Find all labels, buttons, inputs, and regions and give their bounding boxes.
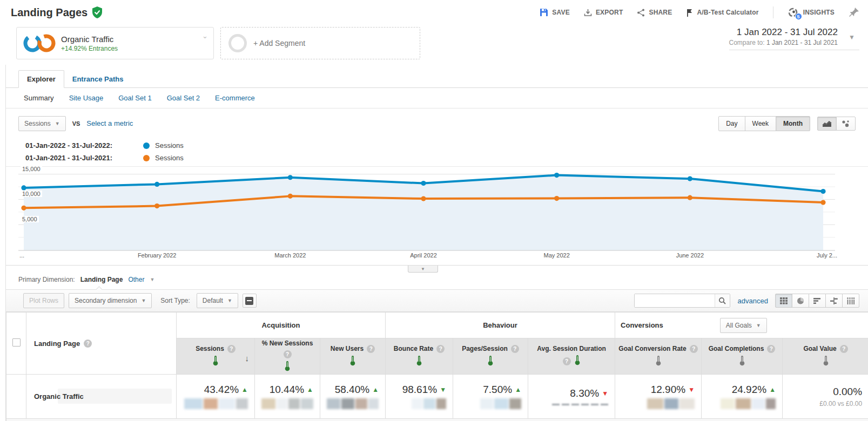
legend-dot-orange-icon xyxy=(143,155,150,161)
advanced-filter-link[interactable]: advanced xyxy=(738,297,768,305)
column-header-pages-session[interactable]: Pages/Session? xyxy=(453,338,528,375)
sort-type-dropdown[interactable]: Default ▼ xyxy=(197,293,238,308)
sort-direction-icon: ↓ xyxy=(245,354,250,363)
ab-test-label: A/B-Test Calculator xyxy=(697,9,758,16)
active-segment-card[interactable]: Organic Traffic +14.92% Entrances ⌄ xyxy=(16,27,214,59)
table-grid-icon xyxy=(779,297,788,305)
select-metric-link[interactable]: Select a metric xyxy=(86,119,133,127)
timeseries-chart: 5,00010,00015,000 ...February 2022March … xyxy=(6,166,868,270)
x-tick-label: July 2... xyxy=(817,252,837,259)
help-icon[interactable]: ? xyxy=(511,345,519,353)
column-header-goal-value[interactable]: Goal Value? xyxy=(783,338,868,375)
primary-dimension-other[interactable]: Other xyxy=(128,276,144,283)
subnav-ecommerce[interactable]: E-commerce xyxy=(215,94,255,102)
search-input[interactable] xyxy=(635,294,715,307)
segment-chevron-icon[interactable]: ⌄ xyxy=(202,32,208,40)
column-header-new-sessions[interactable]: % New Sessions? xyxy=(255,338,320,375)
vs-label: VS xyxy=(72,120,80,127)
column-header-avg-session-duration[interactable]: Avg. Session Duration ? xyxy=(528,338,615,375)
sessions-line-chart[interactable] xyxy=(18,168,835,251)
subnav-site-usage[interactable]: Site Usage xyxy=(69,94,104,102)
goal-value-comparison: £0.00 vs £0.00 xyxy=(789,400,862,408)
plot-rows-button[interactable]: Plot Rows xyxy=(23,293,64,308)
y-tick-label: 5,000 xyxy=(21,216,39,222)
column-header-bounce-rate[interactable]: Bounce Rate? xyxy=(386,338,453,375)
weighted-sort-thermometer-icon[interactable] xyxy=(349,355,356,368)
segment-name: Organic Traffic xyxy=(61,35,118,44)
redacted-value xyxy=(708,398,776,409)
ab-test-calculator-button[interactable]: A/B-Test Calculator xyxy=(686,9,758,17)
help-icon[interactable]: ? xyxy=(227,345,235,353)
pin-icon[interactable] xyxy=(849,7,859,18)
data-view-button[interactable] xyxy=(775,294,792,308)
redacted-value xyxy=(460,398,521,409)
select-all-checkbox[interactable] xyxy=(12,338,21,347)
help-icon[interactable]: ? xyxy=(436,345,445,353)
page-title-text: Landing Pages xyxy=(11,6,88,19)
add-segment-button[interactable]: + Add Segment xyxy=(220,27,420,59)
column-header-goal-completions[interactable]: Goal Completions? xyxy=(702,338,783,375)
add-segment-ring-icon xyxy=(228,34,247,52)
weighted-sort-thermometer-icon[interactable] xyxy=(416,355,422,368)
help-icon[interactable]: ? xyxy=(690,345,698,353)
group-header-acquisition: Acquisition xyxy=(177,313,386,338)
bar-performance-icon xyxy=(813,297,822,305)
table-row[interactable]: Organic Traffic 43.42%▲ 10.44%▲ 58.40%▲ … xyxy=(6,375,868,419)
weighted-sort-thermometer-icon[interactable] xyxy=(655,355,662,368)
y-tick-label: 15,000 xyxy=(21,166,42,172)
other-caret-icon: ▼ xyxy=(150,277,154,282)
tab-bar: Explorer Entrance Paths xyxy=(6,65,868,88)
add-segment-label: + Add Segment xyxy=(253,39,305,47)
export-button[interactable]: EXPORT xyxy=(584,9,623,17)
x-axis-labels: ...February 2022March 2022April 2022May … xyxy=(18,252,835,261)
weighted-sort-thermometer-icon[interactable] xyxy=(284,361,291,374)
pivot-view-button[interactable] xyxy=(842,294,859,308)
weighted-sort-thermometer-icon[interactable] xyxy=(823,355,829,368)
metric-dropdown-value: Sessions xyxy=(24,120,51,127)
legend-range-current: 01-Jan-2022 - 31-Jul-2022: xyxy=(25,141,138,150)
weighted-sort-thermometer-icon[interactable] xyxy=(574,355,581,368)
granularity-week-button[interactable]: Week xyxy=(745,116,776,131)
help-icon[interactable]: ? xyxy=(284,350,292,358)
select-all-checkbox-cell xyxy=(6,313,26,375)
save-button[interactable]: SAVE xyxy=(540,8,570,17)
motion-chart-icon xyxy=(841,120,851,127)
dimension-header-label: Landing Page xyxy=(34,339,80,348)
secondary-dimension-dropdown[interactable]: Secondary dimension ▼ xyxy=(69,293,152,308)
help-icon[interactable]: ? xyxy=(367,345,375,353)
performance-view-button[interactable] xyxy=(809,294,826,308)
granularity-month-button[interactable]: Month xyxy=(776,116,810,131)
weighted-sort-thermometer-icon[interactable] xyxy=(739,355,745,368)
column-header-new-users[interactable]: New Users? xyxy=(320,338,386,375)
insights-label: INSIGHTS xyxy=(803,9,835,16)
help-icon[interactable]: ? xyxy=(563,357,571,365)
column-header-sessions[interactable]: Sessions? ↓ xyxy=(177,338,255,375)
table-display-options-button[interactable] xyxy=(243,294,257,308)
help-icon[interactable]: ? xyxy=(767,345,775,353)
help-icon[interactable]: ? xyxy=(84,339,92,348)
trend-arrow-icon: ▲ xyxy=(307,386,313,393)
metric-dropdown[interactable]: Sessions ▼ xyxy=(18,116,66,131)
insights-button[interactable]: 5 INSIGHTS xyxy=(788,7,835,18)
search-button[interactable] xyxy=(715,294,730,307)
line-chart-view-button[interactable] xyxy=(817,117,837,131)
tab-explorer[interactable]: Explorer xyxy=(18,70,64,88)
primary-dimension-landing-page[interactable]: Landing Page xyxy=(80,276,123,283)
share-button[interactable]: SHARE xyxy=(637,9,672,17)
subnav-summary[interactable]: Summary xyxy=(24,94,54,102)
help-icon[interactable]: ? xyxy=(840,345,848,353)
motion-chart-view-button[interactable] xyxy=(836,117,856,131)
all-goals-dropdown[interactable]: All Goals ▼ xyxy=(720,318,767,333)
subnav-goal-set-2[interactable]: Goal Set 2 xyxy=(167,94,200,102)
metric-cell-goal-completions: 24.92%▲ xyxy=(702,375,783,419)
subnav-goal-set-1[interactable]: Goal Set 1 xyxy=(118,94,151,102)
weighted-sort-thermometer-icon[interactable] xyxy=(487,355,494,368)
date-range-selector[interactable]: 1 Jan 2022 - 31 Jul 2022 Compare to: 1 J… xyxy=(729,27,859,50)
percentage-view-button[interactable] xyxy=(792,294,809,308)
weighted-sort-thermometer-icon[interactable] xyxy=(212,355,219,368)
granularity-day-button[interactable]: Day xyxy=(718,116,745,131)
insights-icon: 5 xyxy=(788,7,799,18)
comparison-view-button[interactable] xyxy=(825,294,843,308)
tab-entrance-paths[interactable]: Entrance Paths xyxy=(64,71,132,87)
column-header-goal-conversion-rate[interactable]: Goal Conversion Rate? xyxy=(615,338,702,375)
